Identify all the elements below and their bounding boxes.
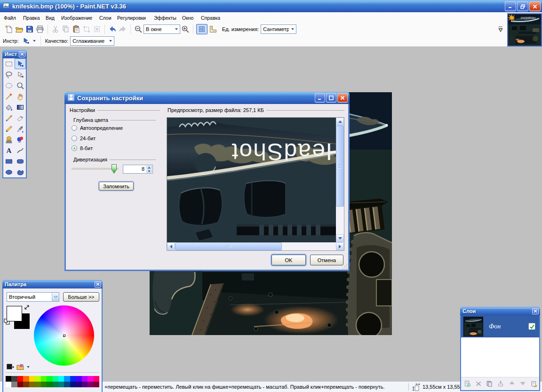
rulers-button[interactable]	[208, 24, 218, 34]
tool-color-picker[interactable]	[15, 123, 26, 134]
tool-pencil[interactable]	[3, 123, 15, 134]
add-layer-button[interactable]	[463, 379, 472, 389]
zoom-in-button[interactable]	[181, 24, 190, 34]
tool-ellipse-select[interactable]	[3, 80, 15, 91]
radio-row-auto[interactable]: Автоопределение	[72, 125, 123, 131]
palette-swatch-0-12[interactable]	[76, 376, 81, 382]
menu-file[interactable]: Файл	[4, 14, 16, 22]
palette-swatch-0-11[interactable]	[70, 376, 76, 382]
tool-pan[interactable]	[15, 91, 26, 102]
move-layer-up-button[interactable]	[508, 379, 517, 389]
minimize-button[interactable]	[505, 1, 516, 11]
palette-window-close-icon[interactable]	[95, 281, 101, 288]
tools-window-close-icon[interactable]	[19, 51, 25, 57]
ok-button[interactable]: OK	[271, 255, 306, 265]
tool-rectangle[interactable]	[3, 156, 15, 167]
dialog-titlebar[interactable]: Сохранить настройки	[64, 92, 350, 104]
palette-swatch-0-2[interactable]	[17, 376, 23, 382]
open-button[interactable]	[15, 24, 24, 34]
tool-eraser[interactable]	[15, 112, 26, 123]
undo-button[interactable]	[108, 24, 117, 34]
print-button[interactable]	[35, 24, 45, 34]
palette-swatch-1-1[interactable]	[11, 382, 17, 387]
palette-swatch-0-10[interactable]	[64, 376, 70, 382]
palette-swatch-1-8[interactable]	[53, 382, 58, 387]
tool-move-selection[interactable]	[15, 69, 26, 80]
remember-button[interactable]: Запомнить	[99, 182, 134, 191]
palette-swatch-0-7[interactable]	[47, 376, 52, 382]
tool-dropdown-arrow[interactable]	[31, 40, 38, 42]
scroll-up-icon[interactable]	[336, 118, 344, 126]
scroll-down-icon[interactable]	[336, 234, 344, 242]
close-button[interactable]	[529, 1, 541, 11]
preview-hscrollbar[interactable]	[167, 242, 344, 250]
palette-swatch-1-5[interactable]	[35, 382, 40, 387]
palette-swatch-1-9[interactable]	[58, 382, 64, 387]
tool-paintbrush[interactable]	[3, 112, 15, 123]
palette-swatch-1-0[interactable]	[6, 382, 11, 387]
scroll-left-icon[interactable]	[167, 242, 175, 250]
scroll-right-icon[interactable]	[336, 242, 344, 250]
dialog-close-button[interactable]	[337, 93, 348, 103]
dialog-minimize-button[interactable]	[315, 93, 325, 103]
crop-button[interactable]	[82, 24, 91, 34]
menu-view[interactable]: Вид	[46, 14, 55, 22]
tool-magic-wand[interactable]	[3, 91, 15, 102]
menu-effects[interactable]: Эффекты	[154, 14, 176, 22]
palette-swatch-0-14[interactable]	[88, 376, 93, 382]
dither-up-icon[interactable]	[146, 166, 152, 169]
tools-window-titlebar[interactable]: Инст	[2, 50, 27, 58]
zoom-combo[interactable]: В окне	[143, 24, 180, 34]
palette-swatch-0-6[interactable]	[41, 376, 47, 382]
palette-swatch-0-8[interactable]	[53, 376, 58, 382]
menu-image[interactable]: Изображение	[61, 14, 92, 22]
dither-down-icon[interactable]	[146, 169, 152, 173]
cut-button[interactable]	[51, 24, 60, 34]
quality-combo[interactable]: Сглаживание	[70, 36, 114, 46]
palette-menu-arrow[interactable]	[27, 366, 30, 368]
radio-8bit[interactable]	[72, 145, 77, 151]
dither-slider-thumb[interactable]	[112, 164, 117, 174]
tool-zoom[interactable]	[15, 80, 26, 91]
duplicate-layer-button[interactable]	[485, 379, 494, 389]
radio-row-8bit[interactable]: 8-бит	[72, 145, 93, 151]
palette-swatch-1-14[interactable]	[88, 382, 93, 387]
menu-help[interactable]: Справка	[201, 14, 220, 22]
dialog-maximize-button[interactable]	[326, 93, 336, 103]
radio-row-24bit[interactable]: 24-бит	[72, 136, 96, 141]
preview-vscrollbar[interactable]	[336, 118, 344, 242]
palette-more-button[interactable]: Больше >>	[63, 292, 99, 302]
tool-line-curve[interactable]	[15, 145, 26, 156]
tool-rounded-rectangle[interactable]	[15, 156, 26, 167]
tool-clone-stamp[interactable]	[3, 134, 15, 145]
redo-button[interactable]	[118, 24, 128, 34]
menu-edit[interactable]: Правка	[23, 14, 40, 22]
current-tool-button[interactable]	[21, 36, 31, 46]
vscroll-thumb[interactable]	[336, 126, 344, 207]
tool-text[interactable]: A	[3, 145, 15, 156]
palette-swatch-1-3[interactable]	[23, 382, 29, 387]
primary-color-swatch[interactable]	[7, 306, 22, 321]
toolbar-overflow-icon[interactable]	[497, 26, 504, 34]
tool-lasso-select[interactable]	[3, 69, 15, 80]
palette-swatch-1-15[interactable]	[94, 382, 99, 387]
dither-updown[interactable]: 8	[123, 165, 153, 174]
layer-row-background[interactable]: Фон	[461, 315, 539, 337]
palette-swatch-0-3[interactable]	[23, 376, 29, 382]
layer-visible-checkbox[interactable]	[528, 323, 535, 330]
palette-window-titlebar[interactable]: Палитра	[2, 280, 103, 288]
save-button[interactable]	[25, 24, 34, 34]
new-button[interactable]	[4, 24, 14, 34]
layers-window-titlebar[interactable]: Слои	[460, 307, 540, 315]
swap-colors-icon[interactable]	[24, 304, 30, 311]
tool-freeform-shape[interactable]	[15, 167, 26, 177]
palette-swatch-1-4[interactable]	[29, 382, 35, 387]
copy-button[interactable]	[61, 24, 71, 34]
layers-window-close-icon[interactable]	[532, 308, 539, 314]
menu-window[interactable]: Окно	[182, 14, 193, 22]
cancel-button[interactable]: Отмена	[310, 255, 343, 265]
tool-recolor[interactable]	[15, 134, 26, 145]
palette-swatch-0-13[interactable]	[82, 376, 88, 382]
palette-target-combo[interactable]: Вторичный	[7, 292, 59, 302]
palette-swatch-1-13[interactable]	[82, 382, 88, 387]
